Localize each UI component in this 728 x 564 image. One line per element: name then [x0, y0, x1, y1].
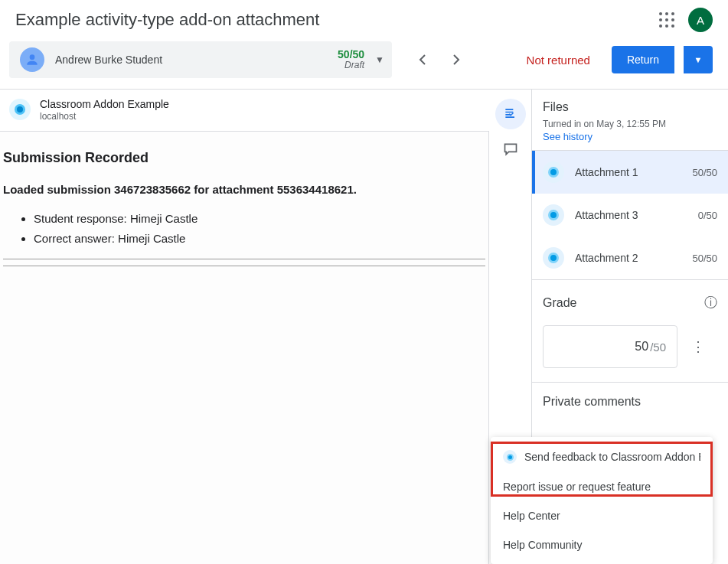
attachment-name: Attachment 2: [575, 252, 681, 264]
student-selector[interactable]: Andrew Burke Student 50/50 Draft ▼: [9, 41, 392, 78]
popup-help-center[interactable]: Help Center: [491, 501, 713, 530]
prev-student-button[interactable]: [407, 44, 438, 75]
page-title: Example activity-type add-on attachment: [15, 10, 319, 30]
submission-loaded-text: Loaded submission 346723835662 for attac…: [3, 183, 485, 196]
turned-in-text: Turned in on May 3, 12:55 PM: [543, 119, 717, 129]
popup-send-feedback[interactable]: Send feedback to Classroom Addon Example: [491, 442, 713, 472]
student-score: 50/50: [338, 49, 364, 60]
attachment-icon: [543, 204, 564, 226]
attachment-row[interactable]: Attachment 2 50/50: [532, 236, 728, 279]
attachment-score: 0/50: [698, 210, 717, 221]
attachment-score: 50/50: [692, 167, 717, 178]
see-history-link[interactable]: See history: [543, 131, 717, 142]
status-not-returned: Not returned: [527, 54, 590, 67]
addon-icon: [503, 450, 517, 464]
files-title: Files: [543, 100, 717, 114]
user-avatar[interactable]: A: [688, 8, 713, 32]
attachment-row[interactable]: Attachment 1 50/50: [532, 151, 728, 194]
attachment-name: Attachment 3: [575, 209, 687, 221]
attachment-icon: [543, 161, 564, 183]
return-dropdown-button[interactable]: ▼: [684, 46, 713, 73]
private-comments-title: Private comments: [543, 395, 717, 409]
grade-input[interactable]: 50 /50: [543, 325, 677, 368]
submission-heading: Submission Recorded: [3, 150, 485, 166]
addon-subtitle: localhost: [40, 111, 169, 122]
apps-icon[interactable]: [659, 12, 674, 28]
student-draft-label: Draft: [344, 60, 364, 70]
grade-title: Grade: [543, 296, 576, 310]
attachments-list: Attachment 1 50/50 Attachment 3 0/50 Att…: [532, 151, 728, 280]
popup-help-community[interactable]: Help Community: [491, 530, 713, 559]
help-popup-menu: Send feedback to Classroom Addon Example…: [491, 437, 713, 564]
addon-icon: [9, 99, 31, 120]
attachment-score: 50/50: [692, 253, 717, 264]
return-button[interactable]: Return: [612, 46, 674, 73]
attachment-name: Attachment 1: [575, 166, 681, 178]
rail-files-icon[interactable]: [495, 99, 526, 129]
student-name: Andrew Burke Student: [55, 54, 338, 66]
popup-report-issue[interactable]: Report issue or request feature: [491, 472, 713, 501]
more-options-icon[interactable]: ⋮: [687, 338, 710, 355]
next-student-button[interactable]: [441, 44, 472, 75]
grade-denominator: /50: [650, 341, 666, 354]
addon-iframe-content: Submission Recorded Loaded submission 34…: [0, 132, 489, 564]
grade-value: 50: [635, 340, 648, 354]
student-avatar-icon: [20, 47, 44, 72]
attachment-icon: [543, 247, 564, 269]
addon-title: Classroom Addon Example: [40, 97, 169, 111]
student-response-item: Student response: Himeji Castle: [34, 210, 485, 228]
svg-point-0: [30, 54, 35, 60]
chevron-down-icon: ▼: [375, 54, 384, 65]
correct-answer-item: Correct answer: Himeji Castle: [34, 230, 485, 248]
info-icon[interactable]: ⓘ: [704, 294, 717, 311]
attachment-row[interactable]: Attachment 3 0/50: [532, 194, 728, 236]
rail-comments-icon[interactable]: [495, 134, 526, 165]
